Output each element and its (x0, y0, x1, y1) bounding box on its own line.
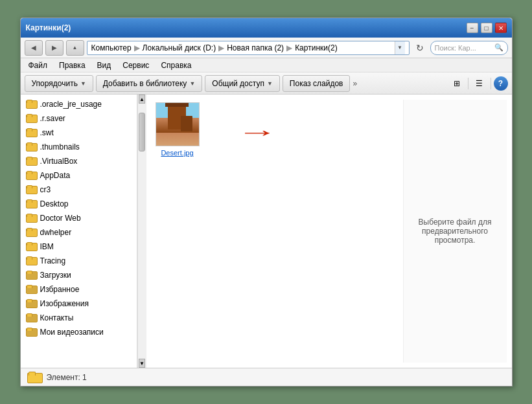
scroll-up-button[interactable]: ▲ (139, 95, 145, 104)
library-button[interactable]: Добавить в библиотеку ▼ (96, 75, 202, 92)
sidebar: .oracle_jre_usage .r.saver .swt .thumbna… (21, 95, 137, 368)
file-content-area: Desert.jpg → Выберите файл для предварит… (146, 95, 512, 368)
status-text: Элемент: 1 (47, 373, 87, 382)
library-dropdown-icon: ▼ (189, 80, 195, 87)
sidebar-item-12[interactable]: Загрузки (21, 268, 137, 282)
menu-view[interactable]: Вид (95, 60, 114, 71)
sidebar-item-doctorweb[interactable]: Doctor Web (21, 211, 137, 225)
file-thumbnail (156, 102, 200, 146)
maximize-button[interactable]: □ (481, 23, 492, 33)
window-title: Картинки(2) (26, 23, 71, 32)
menu-help[interactable]: Справка (158, 60, 194, 71)
menu-file[interactable]: Файл (26, 60, 51, 71)
sidebar-item-9[interactable]: dwhelper (21, 225, 137, 240)
address-bar: ◀ ▶ ▲ Компьютер ▶ Локальный диск (D:) ▶ … (21, 38, 512, 58)
scroll-down-button[interactable]: ▼ (139, 359, 145, 368)
folder-icon-special (26, 328, 36, 337)
sidebar-item-13[interactable]: Избранное (21, 282, 137, 297)
path-part-1: Локальный диск (D:) (143, 43, 216, 52)
search-box[interactable]: Поиск: Кар... 🔍 (430, 41, 508, 55)
share-dropdown-icon: ▼ (267, 80, 273, 87)
folder-icon (26, 128, 36, 137)
organize-dropdown-icon: ▼ (80, 80, 86, 87)
search-icon: 🔍 (494, 43, 503, 52)
status-bar: Элемент: 1 (21, 368, 512, 386)
sidebar-item-16[interactable]: Мои видеозаписи (21, 325, 137, 339)
folder-icon (26, 185, 36, 194)
sidebar-item-0[interactable]: .oracle_jre_usage (21, 97, 137, 111)
close-button[interactable]: ✕ (495, 23, 507, 33)
path-part-2: Новая папка (2) (227, 43, 284, 52)
sidebar-item-3[interactable]: .thumbnails (21, 140, 137, 154)
path-dropdown[interactable]: ▼ (395, 41, 405, 54)
menu-service[interactable]: Сервис (120, 60, 152, 71)
sidebar-item-15[interactable]: Контакты (21, 311, 137, 325)
help-button[interactable]: ? (494, 76, 508, 91)
window-controls: − □ ✕ (467, 23, 507, 33)
folder-icon (26, 199, 36, 208)
folder-icon (26, 228, 36, 237)
organize-button[interactable]: Упорядочить ▼ (25, 75, 93, 92)
folder-icon-special (26, 313, 36, 322)
toolbar: Упорядочить ▼ Добавить в библиотеку ▼ Об… (21, 73, 512, 95)
view-button-list[interactable]: ☰ (471, 76, 488, 91)
folder-icon (26, 114, 36, 123)
folder-icon-special (26, 285, 36, 294)
path-part-0: Компьютер (91, 43, 132, 52)
toolbar-divider2 (491, 78, 491, 89)
status-folder-icon (27, 372, 41, 383)
file-item-desert[interactable]: Desert.jpg (152, 100, 203, 159)
slideshow-button[interactable]: Показ слайдов (283, 75, 351, 92)
scrollbar-thumb[interactable] (139, 113, 145, 152)
file-name: Desert.jpg (161, 149, 193, 157)
sidebar-item-6[interactable]: cr3 (21, 183, 137, 197)
more-tools-symbol[interactable]: » (353, 79, 357, 88)
desert-image (156, 103, 199, 146)
explorer-window: Картинки(2) − □ ✕ ◀ ▶ ▲ Компьютер ▶ Лока… (20, 17, 513, 387)
sidebar-item-4[interactable]: .VirtualBox (21, 154, 137, 168)
preview-panel: Выберите файл для предварительного просм… (403, 100, 507, 363)
sidebar-item-7[interactable]: Desktop (21, 197, 137, 211)
preview-text: Выберите файл для предварительного просм… (409, 218, 502, 245)
share-button[interactable]: Общий доступ ▼ (205, 75, 280, 92)
sidebar-item-tracing[interactable]: Tracing (21, 254, 137, 268)
desert-mesa (181, 116, 192, 131)
up-button[interactable]: ▲ (66, 40, 84, 56)
sidebar-item-5[interactable]: AppData (21, 168, 137, 183)
file-grid: Desert.jpg → (152, 100, 398, 363)
sidebar-scrollbar[interactable]: ▲ ▼ (137, 95, 146, 368)
search-placeholder: Поиск: Кар... (435, 44, 492, 52)
menu-bar: Файл Правка Вид Сервис Справка (21, 58, 512, 73)
refresh-button[interactable]: ↻ (412, 41, 428, 55)
address-path[interactable]: Компьютер ▶ Локальный диск (D:) ▶ Новая … (87, 41, 410, 55)
folder-icon (26, 242, 36, 251)
menu-edit[interactable]: Правка (56, 60, 88, 71)
folder-icon (26, 157, 36, 166)
sidebar-item-10[interactable]: IBM (21, 240, 137, 254)
main-content: .oracle_jre_usage .r.saver .swt .thumbna… (21, 95, 512, 368)
arrow-indicator: → (237, 120, 278, 144)
back-button[interactable]: ◀ (25, 40, 43, 56)
folder-icon (26, 171, 36, 180)
sidebar-item-1[interactable]: .r.saver (21, 111, 137, 126)
folder-icon (26, 214, 36, 223)
forward-button[interactable]: ▶ (45, 40, 64, 56)
folder-icon (26, 142, 36, 152)
folder-icon-special (26, 299, 36, 308)
sidebar-item-2[interactable]: .swt (21, 126, 137, 140)
folder-icon (26, 100, 36, 109)
path-part-3: Картинки(2) (295, 43, 338, 52)
toolbar-divider (468, 78, 468, 89)
view-button-grid[interactable]: ⊞ (448, 76, 465, 91)
sidebar-item-14[interactable]: Изображения (21, 297, 137, 311)
folder-icon (26, 256, 36, 265)
minimize-button[interactable]: − (467, 23, 478, 33)
folder-icon-special (26, 271, 36, 280)
title-bar: Картинки(2) − □ ✕ (21, 18, 512, 38)
toolbar-right: ⊞ ☰ ? (448, 76, 508, 91)
